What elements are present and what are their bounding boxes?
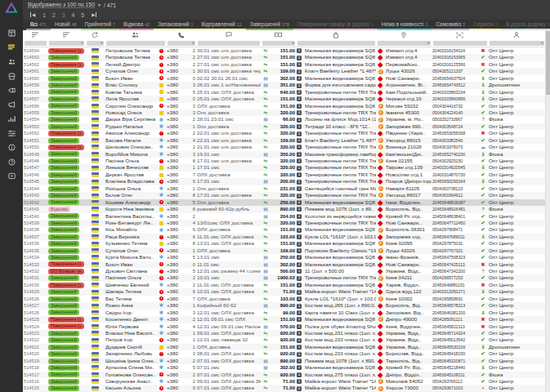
table-row[interactable]: 514534ЗавершенийКурта Микола Вікто..✱+38… (23, 254, 545, 261)
tab-нема-в-наявності[interactable]: Нема в наявності1 (378, 21, 432, 30)
page-button-1[interactable]: 1 (42, 12, 46, 18)
table-row[interactable]: 514555ЗавершенийНовосад Олеся+3803Олх до… (23, 109, 545, 116)
table-row[interactable]: 514561ЗавершенийСучилов Олег+380130.01 с… (23, 68, 545, 74)
table-row[interactable]: 514557ЗавершенийЛила Ярослав+380025.01 с… (23, 96, 545, 102)
chevron-down-icon[interactable]: ▾ (541, 41, 543, 45)
table-row[interactable]: 514523ЗавершенийВласюк Ніна Василі..✱+38… (23, 330, 545, 336)
tab-відмова[interactable]: Відмова42 (119, 21, 154, 30)
bag-icon[interactable] (296, 32, 376, 38)
table-row[interactable]: 514551ЗавершенийБасова Наталя✱+380422.01… (23, 137, 545, 144)
page-button-4[interactable]: 4 (72, 12, 75, 18)
clients-icon[interactable] (4, 56, 19, 68)
first-page-button[interactable]: ◀ (29, 12, 35, 17)
table-row[interactable]: 514556ЗавершенийСироткін Олександр+3803О… (23, 103, 545, 109)
filter-input-1[interactable] (25, 41, 47, 46)
status-filter-icon[interactable] (47, 32, 85, 38)
table-row[interactable]: 514546ЗавершенийДеркач Ярослав+3807ОЛХ д… (23, 172, 545, 178)
table-row[interactable]: 514529ЗавершенийШапарь Тетяна+380910.01 … (23, 288, 545, 295)
chevron-down-icon[interactable]: ▾ (292, 41, 293, 45)
table-row[interactable]: 514530Повернення (з..Шевченко Евгений✱+3… (23, 282, 545, 288)
filter-input-5[interactable]: ▾ (168, 41, 195, 46)
refresh-source-icon[interactable] (85, 32, 105, 38)
phone-icon[interactable] (166, 32, 196, 38)
video-tutorials-icon[interactable] (4, 171, 19, 182)
filter-input-6[interactable] (198, 41, 260, 46)
table-row[interactable]: 514536ЗавершенийКузьменко Тетяна+380813.… (23, 240, 545, 247)
promo-icon[interactable] (4, 85, 19, 96)
table-row[interactable]: 514554ЗавершенийДацюк Віра Сергіївна✱+38… (23, 116, 545, 122)
table-row[interactable]: 514517ЗавершенийГоловінова Олексан..+380… (23, 372, 545, 378)
route-person-icon[interactable] (488, 32, 545, 38)
table-row[interactable]: 514518ЗавершенийАртюхіна Олена Ми..✱+380… (23, 364, 545, 371)
location-pin-icon[interactable] (376, 32, 432, 38)
tab-самовивіз[interactable]: Самовивіз2 (432, 21, 469, 30)
table-row[interactable]: 514545ЗавершенийБлагінна Владіслава+3800… (23, 178, 545, 185)
chevron-down-icon[interactable]: ▼ (97, 2, 101, 7)
table-row[interactable]: 514531ЗавершенийПасічник Ольга+380210.01… (23, 274, 545, 281)
filter-input-2[interactable]: ▾ (49, 41, 84, 46)
tab-прийнятий[interactable]: Прийнятий7 (81, 21, 119, 30)
table-row[interactable]: 514521ЗавершенийДударев Сергій+3801ОЛХ д… (23, 344, 545, 350)
tab-сервісні[interactable]: Сервісні0 (469, 21, 502, 30)
table-row[interactable]: 514541ВідмоваКоротя Ніна Іванівна+3808ро… (23, 206, 545, 212)
tab-всі[interactable]: Всі471 (26, 21, 51, 30)
table-row[interactable]: 514528ЗавершенийБас Тетяна+3807ОЛХ доста… (23, 296, 545, 302)
chevron-down-icon[interactable]: ▾ (192, 41, 194, 45)
table-row[interactable]: 514543ЗавершенийБєлов Олег✱+380817.01 см… (23, 192, 545, 198)
filter-input-7[interactable]: ▾ (262, 41, 295, 46)
table-row[interactable]: 514540ЗавершенийВалентина Васильє..✱+380… (23, 213, 545, 220)
table-row[interactable]: 514542ЗавершенийКошмак Александр+3805Олх… (23, 199, 545, 206)
table-row[interactable]: 514519ЗавершенийШишкіна Ірина Олек..✱+38… (23, 358, 545, 364)
orders-icon[interactable] (4, 42, 19, 53)
table-row[interactable]: 514516ЗавершенийСкворунская Анаст..✱+380… (23, 378, 545, 385)
filter-input-11[interactable]: ▾ (490, 41, 544, 46)
table-row[interactable]: 514560ЗавершенийБокоч Иван+380002.02 30.… (23, 75, 545, 82)
chevron-down-icon[interactable]: ▾ (101, 41, 102, 45)
table-row[interactable]: 514515ЗавершенийКасьян Альона+380907.01 … (23, 385, 545, 391)
filter-input-8[interactable] (297, 41, 375, 46)
filter-input-4[interactable] (106, 41, 165, 46)
tab-повернення-товару-в-дорозі-[interactable]: Повернення товару (в дорозі)0 (293, 21, 378, 30)
tab-новий[interactable]: Новий48 (51, 21, 81, 30)
page-button-2[interactable]: 2 (52, 12, 56, 18)
banknote-icon[interactable] (261, 32, 296, 38)
table-row[interactable]: 514548ЗавершенийПасічна Ольга+380817.01 … (23, 158, 545, 164)
table-row[interactable]: 514532DO Возврат ок..Дукович Світлана+38… (23, 268, 545, 274)
tab-завершений[interactable]: Завершений278 (246, 21, 293, 30)
sort-lines-icon[interactable] (23, 32, 47, 38)
stats-icon[interactable] (4, 114, 19, 125)
page-button-5[interactable]: 5 (81, 12, 84, 18)
table-row[interactable]: 514525Повернення (з..Кошеленко Данил✱+38… (23, 316, 545, 323)
table-row[interactable]: 514535ЗавершенийСучилов Олег+3801ОЛХ дос… (23, 247, 545, 254)
table-row[interactable]: 514559ЗавершенийВлас Слоткоу+380326.01 с… (23, 82, 545, 88)
table-row[interactable]: 514558ЗавершенийКовпак Татьяна+380525.01… (23, 89, 545, 96)
table-row[interactable]: 514537ЗавершенийРаца Вероніка+380611.01 … (23, 234, 545, 240)
table-row[interactable]: 514564Повернення (з..Петровська Тетяна+3… (23, 47, 545, 54)
table-row[interactable]: 514544ЗавершенийРокіцька Ольга✱+3801Олх … (23, 185, 545, 192)
vertical-scrollbar[interactable] (545, 30, 550, 392)
table-row[interactable]: 514527ЗавершенийРожко Анна✱+3801Кофейный… (23, 302, 545, 309)
filter-input-3[interactable]: ▾ (87, 41, 104, 46)
shop-icon[interactable] (4, 70, 19, 82)
table-row[interactable]: 514550Повернення (з..Шелковин Олексан..✱… (23, 144, 545, 150)
dashboard-icon[interactable] (4, 28, 19, 39)
chevron-down-icon[interactable]: ▾ (427, 41, 429, 45)
last-page-button[interactable]: ▶ (92, 12, 97, 17)
megaphone-icon[interactable] (4, 99, 19, 110)
table-row[interactable]: 514538ЗавершенийКісь Михайло✱+3806ОЛХ до… (23, 226, 545, 233)
results-range-label[interactable]: Відображено з 100 по 150 (28, 2, 95, 8)
table-row[interactable]: 514547ЗавершенийЛиньков Вячеслав+380117.… (23, 164, 545, 171)
tab-запакований[interactable]: Запакований1 (154, 21, 197, 30)
tab-в-дорозі-додому[interactable]: В дорозі додому0 (502, 21, 550, 30)
chat-bubble-icon[interactable] (196, 32, 261, 38)
table-row[interactable]: 514539ЗавершенийРоке-Бетанкурт Лін..+380… (23, 220, 545, 226)
settings-sliders-icon[interactable] (4, 127, 19, 139)
filter-input-9[interactable]: ▾ (378, 41, 431, 46)
scrollbar-thumb[interactable] (546, 31, 550, 95)
info-icon[interactable] (4, 142, 19, 154)
tab-відправлений[interactable]: Відправлений12 (198, 21, 246, 30)
table-row[interactable]: 514524Повернення (з..Юлія Первова✱+38041… (23, 323, 545, 330)
table-row[interactable]: 514552Повернення (з..Авилов Александр+38… (23, 130, 545, 136)
clients-icon[interactable] (105, 32, 166, 38)
table-row[interactable]: 514563ЗавершенийПетровська Тетяна+380227… (23, 54, 545, 60)
